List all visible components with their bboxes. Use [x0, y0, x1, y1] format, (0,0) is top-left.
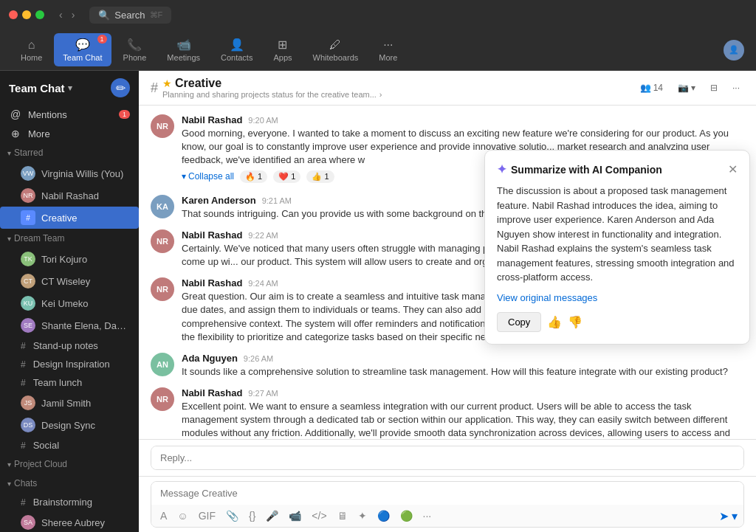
sidebar-item-design-sync[interactable]: DS Design Sync: [0, 414, 139, 436]
zoom-button[interactable]: 🔵: [374, 508, 393, 524]
code-block-button[interactable]: {}: [246, 508, 258, 524]
sidebar-item-standup[interactable]: # Stand-up notes: [0, 336, 139, 355]
forward-button[interactable]: ›: [69, 7, 78, 22]
camera-icon: 📷: [678, 83, 689, 93]
creative-name: Creative: [41, 213, 77, 224]
video-button[interactable]: 📹: [286, 508, 304, 524]
sidebar-header: Team Chat ▾ ✏: [0, 71, 139, 105]
sidebar-item-nabil[interactable]: NR Nabil Rashad: [0, 184, 139, 207]
ai-close-button[interactable]: ✕: [728, 162, 738, 176]
maximize-button[interactable]: [35, 10, 44, 19]
message-body: Nabil Rashad 9:27 AM Excellent point. We…: [182, 387, 744, 439]
dream-team-section-header[interactable]: ▾ Dream Team: [0, 229, 139, 248]
nabil-name: Nabil Rashad: [41, 190, 99, 201]
minimize-button[interactable]: [22, 10, 31, 19]
sidebar-item-mentions[interactable]: @ Mentions 1: [0, 105, 139, 124]
channel-header: # ★ Creative Planning and sharing projec…: [139, 71, 756, 106]
topnav-meetings[interactable]: 📹 Meetings: [158, 33, 209, 66]
sidebar-item-sheree[interactable]: SA Sheree Aubrey: [0, 511, 139, 532]
project-cloud-section-header[interactable]: ▾ Project Cloud: [0, 455, 139, 474]
topnav-contacts[interactable]: 👤 Contacts: [212, 33, 261, 66]
chevron-down-icon: ▾: [68, 83, 72, 93]
channel-more-button[interactable]: ···: [728, 80, 744, 96]
shante-avatar: SE: [21, 318, 35, 333]
sidebar-item-virginia[interactable]: VW Virginia Willis (You): [0, 162, 139, 184]
message-sender: Nabil Rashad: [182, 229, 242, 241]
thumbs-up-button[interactable]: 👍: [547, 315, 562, 329]
topnav-apps[interactable]: ⊞ Apps: [264, 33, 300, 66]
message-time: 9:24 AM: [248, 279, 278, 288]
message-input[interactable]: [151, 482, 743, 505]
topnav-meetings-label: Meetings: [167, 53, 200, 62]
sidebar-item-team-lunch[interactable]: # Team lunch: [0, 373, 139, 392]
format-icon[interactable]: A: [157, 508, 170, 524]
chats-section-header[interactable]: ▾ Chats: [0, 474, 139, 493]
message-header: Nabil Rashad 9:20 AM: [182, 114, 744, 125]
back-button[interactable]: ‹: [56, 7, 66, 22]
channel-name-block: ★ Creative Planning and sharing projects…: [162, 77, 382, 99]
reply-input[interactable]: [151, 446, 743, 469]
sidebar-item-shante[interactable]: SE Shante Elena, Daniel Bow...: [0, 314, 139, 336]
at-icon: @: [9, 108, 22, 120]
sidebar-item-ct[interactable]: CT CT Wiseley: [0, 270, 139, 292]
user-avatar[interactable]: 👤: [724, 40, 744, 61]
ai-button[interactable]: ✦: [355, 508, 370, 524]
close-button[interactable]: [9, 10, 18, 19]
gif-button[interactable]: GIF: [196, 508, 219, 524]
sidebar-item-jamil[interactable]: JS Jamil Smith: [0, 392, 139, 414]
message-sender: Nabil Rashad: [182, 114, 242, 125]
message-row: AN Ada Nguyen 9:26 AM It sounds like a c…: [151, 353, 744, 379]
members-button[interactable]: 👥 14: [636, 80, 667, 96]
reaction-fire[interactable]: 🔥 1: [240, 170, 267, 183]
chevron-icon: ▾: [7, 149, 11, 157]
code-inline-button[interactable]: </>: [309, 508, 329, 524]
audio-button[interactable]: 🎤: [263, 508, 281, 524]
reaction-thumbs[interactable]: 👍 1: [306, 170, 334, 183]
topnav-more[interactable]: ··· More: [370, 34, 406, 66]
emoji-button[interactable]: ☺: [174, 508, 190, 524]
starred-section-header[interactable]: ▾ Starred: [0, 143, 139, 162]
sheree-name: Sheree Aubrey: [41, 517, 105, 528]
sidebar-item-kei[interactable]: KU Kei Umeko: [0, 292, 139, 314]
sheree-avatar: SA: [21, 515, 35, 530]
camera-button[interactable]: 📷 ▾: [673, 80, 700, 96]
brainstorming-name: Brainstorming: [33, 497, 92, 508]
members-icon: 👥: [640, 83, 651, 93]
channel-name-area: # ★ Creative Planning and sharing projec…: [151, 77, 382, 99]
panel-icon: ⊟: [710, 83, 718, 93]
minimize-panel-button[interactable]: ⊟: [706, 80, 722, 96]
topnav-home[interactable]: ⌂ Home: [12, 34, 51, 66]
sidebar-item-brainstorming[interactable]: # Brainstorming: [0, 493, 139, 511]
search-shortcut: ⌘F: [150, 10, 163, 20]
topnav-whiteboards[interactable]: 🖊 Whiteboards: [304, 34, 368, 66]
topnav-phone[interactable]: 📞 Phone: [114, 33, 156, 66]
reaction-heart[interactable]: ❤️ 1: [273, 170, 300, 183]
thumbs-down-button[interactable]: 👎: [568, 315, 583, 329]
collapse-button[interactable]: ▾ Collapse all: [182, 171, 234, 182]
view-original-link[interactable]: View original messages: [497, 292, 738, 303]
gdrive-button[interactable]: 🟢: [397, 508, 416, 524]
design-sync-avatar: DS: [21, 418, 35, 432]
screen-button[interactable]: 🖥: [334, 508, 351, 524]
hash-icon3: #: [21, 378, 26, 388]
sidebar-item-tori[interactable]: TK Tori Kojuro: [0, 248, 139, 270]
more-tools-button[interactable]: ···: [420, 508, 435, 524]
sidebar-item-social[interactable]: # Social: [0, 436, 139, 455]
message-time: 9:22 AM: [248, 231, 278, 240]
sidebar-item-design-inspiration[interactable]: # Design Inspiration: [0, 355, 139, 373]
attachment-button[interactable]: 📎: [223, 508, 241, 524]
send-button[interactable]: ➤ ▾: [719, 509, 738, 523]
search-bar[interactable]: 🔍 Search ⌘F: [89, 7, 171, 24]
compose-wrap: A ☺ GIF 📎 {} 🎤 📹 </> 🖥 ✦ 🔵 🟢 ··· ➤ ▾: [151, 481, 744, 528]
topnav-team-chat[interactable]: 1 💬 Team Chat: [54, 33, 111, 66]
sidebar-item-more[interactable]: ⊕ More: [0, 124, 139, 143]
reply-input-wrap: [151, 446, 744, 470]
more-dots-icon: ···: [383, 38, 393, 52]
starred-label: Starred: [14, 148, 43, 158]
compose-button[interactable]: ✏: [111, 78, 130, 97]
copy-button[interactable]: Copy: [497, 312, 541, 332]
shante-name: Shante Elena, Daniel Bow...: [41, 320, 131, 331]
sidebar-item-creative[interactable]: # Creative: [0, 207, 139, 229]
messages-area: NR Nabil Rashad 9:20 AM Good morning, ev…: [139, 106, 756, 439]
project-cloud-label: Project Cloud: [14, 459, 67, 469]
